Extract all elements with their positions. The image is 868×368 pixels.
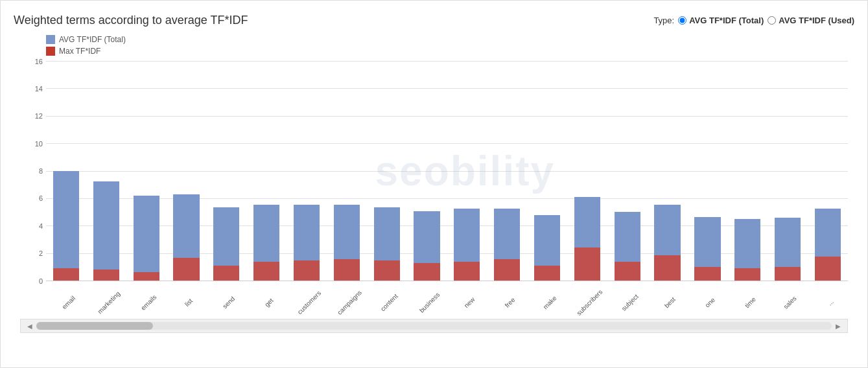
bar-group-make: make xyxy=(527,61,567,281)
bar-stack-send xyxy=(213,207,239,281)
bar-red-best xyxy=(654,255,680,281)
bar-label-customers: customers xyxy=(296,290,322,316)
bar-stack-customers xyxy=(294,205,320,281)
bar-group-emails: emails xyxy=(126,61,167,281)
bar-group-time: time xyxy=(727,61,768,281)
radio-avg-used[interactable]: AVG TF*IDF (Used) xyxy=(768,16,854,25)
x-axis-line xyxy=(46,281,848,281)
bar-red-time xyxy=(734,268,760,281)
bar-blue-customers xyxy=(294,205,320,260)
bar-blue-emails xyxy=(134,196,159,272)
bar-blue-sales xyxy=(775,218,801,267)
bar-stack-one xyxy=(694,217,720,281)
bar-label-list: list xyxy=(183,297,194,308)
bar-group-best: best xyxy=(648,61,688,281)
bar-stack-email xyxy=(53,171,79,281)
legend-label-blue: AVG TF*IDF (Total) xyxy=(59,35,126,44)
bar-blue-... xyxy=(815,209,841,257)
radio-avg-total-input[interactable] xyxy=(678,16,686,25)
bar-blue-business xyxy=(414,211,440,263)
bar-group-free: free xyxy=(487,61,527,281)
bar-blue-subject xyxy=(615,212,640,262)
legend-color-blue xyxy=(46,35,55,44)
bar-stack-business xyxy=(414,211,440,281)
bar-red-subject xyxy=(615,262,640,281)
bar-label-email: email xyxy=(60,295,76,311)
legend-label-red: Max TF*IDF xyxy=(59,47,100,56)
bar-blue-list xyxy=(173,194,199,258)
bar-label-new: new xyxy=(463,296,476,310)
bar-red-list xyxy=(173,258,199,281)
bar-stack-campaigns xyxy=(334,205,360,281)
bar-stack-emails xyxy=(134,196,159,281)
y-label-6: 6 xyxy=(20,194,43,202)
bar-label-send: send xyxy=(222,295,237,310)
radio-avg-total[interactable]: AVG TF*IDF (Total) xyxy=(678,16,764,25)
bar-blue-one xyxy=(694,217,720,267)
y-label-14: 14 xyxy=(20,85,43,93)
scroll-right-arrow[interactable]: ▶ xyxy=(836,323,841,330)
bar-blue-campaigns xyxy=(334,205,360,259)
legend: AVG TF*IDF (Total) Max TF*IDF xyxy=(46,35,854,56)
radio-avg-used-label: AVG TF*IDF (Used) xyxy=(779,16,854,25)
bar-red-new xyxy=(454,262,480,281)
bar-red-content xyxy=(374,260,400,281)
bar-label-make: make xyxy=(541,294,557,310)
bar-group-content: content xyxy=(367,61,407,281)
bar-label-sales: sales xyxy=(782,295,798,310)
bar-red-free xyxy=(494,259,520,281)
scroll-left-arrow[interactable]: ◀ xyxy=(27,323,32,330)
bar-stack-marketing xyxy=(93,181,119,281)
bar-group-send: send xyxy=(206,61,246,281)
bar-label-emails: emails xyxy=(139,293,158,312)
bar-stack-time xyxy=(734,219,760,281)
bar-label-...: ... xyxy=(826,298,835,307)
bar-stack-new xyxy=(454,209,480,281)
chart-title: Weighted terms according to average TF*I… xyxy=(14,14,248,27)
bar-stack-... xyxy=(815,209,841,281)
bar-blue-best xyxy=(654,205,680,255)
bar-stack-content xyxy=(374,207,400,281)
bar-red-make xyxy=(534,266,560,281)
bar-red-email xyxy=(53,268,79,281)
radio-avg-used-input[interactable] xyxy=(768,16,776,25)
bar-group-...: ... xyxy=(808,61,848,281)
y-label-8: 8 xyxy=(20,167,43,175)
bar-red-send xyxy=(213,266,239,281)
bar-red-marketing xyxy=(93,270,119,281)
y-label-16: 16 xyxy=(20,58,43,65)
bar-label-content: content xyxy=(379,292,399,312)
bar-group-campaigns: campaigns xyxy=(327,61,367,281)
bar-group-one: one xyxy=(688,61,728,281)
bar-blue-free xyxy=(494,209,520,259)
scroll-thumb[interactable] xyxy=(36,322,153,330)
bar-group-marketing: marketing xyxy=(86,61,126,281)
legend-color-red xyxy=(46,47,55,56)
bar-blue-marketing xyxy=(93,181,119,270)
y-label-2: 2 xyxy=(20,249,43,257)
bar-group-sales: sales xyxy=(768,61,808,281)
bar-blue-subscribers xyxy=(574,197,600,247)
bar-red-get xyxy=(253,262,279,281)
header-row: Weighted terms according to average TF*I… xyxy=(14,14,854,27)
bar-stack-sales xyxy=(775,218,801,281)
radio-avg-total-label: AVG TF*IDF (Total) xyxy=(689,16,764,25)
bar-blue-get xyxy=(253,205,279,262)
scroll-track[interactable] xyxy=(36,322,832,330)
bar-group-customers: customers xyxy=(287,61,327,281)
scrollbar-area[interactable]: ◀ ▶ xyxy=(20,319,848,333)
bar-group-new: new xyxy=(447,61,487,281)
bar-red-customers xyxy=(294,260,320,281)
bar-label-business: business xyxy=(418,291,441,314)
bar-red-one xyxy=(694,267,720,281)
bar-group-get: get xyxy=(246,61,287,281)
legend-item-blue: AVG TF*IDF (Total) xyxy=(46,35,854,44)
bar-blue-make xyxy=(534,215,560,266)
bar-label-free: free xyxy=(503,296,516,309)
y-label-0: 0 xyxy=(20,277,43,285)
bar-blue-new xyxy=(454,209,480,262)
bar-label-campaigns: campaigns xyxy=(336,289,363,316)
bars-wrapper: emailmarketingemailslistsendgetcustomers… xyxy=(46,61,848,281)
bar-stack-subject xyxy=(615,212,640,281)
y-label-4: 4 xyxy=(20,222,43,230)
